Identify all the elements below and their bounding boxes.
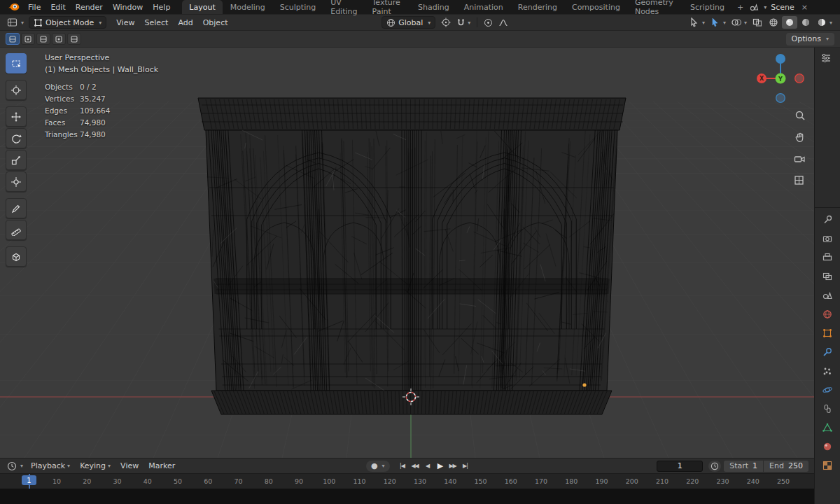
workspace-tab-modeling[interactable]: Modeling — [223, 0, 272, 14]
workspace-tab-layout[interactable]: Layout — [182, 0, 222, 14]
timeline-menu-view[interactable]: View — [115, 461, 144, 470]
shading-rendered-icon[interactable]: ▾ — [814, 16, 834, 29]
show-gizmos-icon[interactable]: ▾ — [708, 16, 728, 29]
tool-select-box[interactable] — [6, 53, 27, 74]
playhead-badge[interactable]: 1 — [22, 475, 36, 485]
properties-tab-modifiers[interactable] — [822, 346, 833, 358]
workspace-tab-shading[interactable]: Shading — [411, 0, 456, 14]
viewport-menu-object[interactable]: Object — [198, 18, 233, 27]
properties-tab-tool[interactable] — [822, 214, 833, 225]
properties-tab-particles[interactable] — [822, 365, 833, 377]
tool-annotate[interactable] — [6, 198, 27, 218]
workspace-tab-geometry-nodes[interactable]: Geometry Nodes — [628, 0, 682, 14]
tool-move[interactable] — [6, 106, 27, 127]
scene-browse-icon[interactable] — [749, 3, 759, 11]
prev-keyframe-button[interactable]: ◀◀ — [410, 461, 421, 472]
display-toggle-5[interactable] — [67, 33, 81, 45]
snap-magnet-icon[interactable]: ▾ — [454, 16, 472, 29]
camera-view-icon[interactable] — [792, 151, 807, 167]
proportional-falloff-icon[interactable] — [496, 16, 510, 29]
viewport-menu-add[interactable]: Add — [173, 18, 197, 27]
preview-range-icon[interactable] — [708, 461, 721, 472]
menu-help[interactable]: Help — [148, 3, 175, 12]
zoom-view-icon[interactable] — [792, 108, 807, 123]
timeline-menu-playback[interactable]: Playback▾ — [26, 461, 75, 470]
workspace-tab-compositing[interactable]: Compositing — [565, 0, 627, 14]
snap-target-icon[interactable] — [439, 16, 453, 29]
shading-material-icon[interactable] — [798, 16, 813, 29]
properties-tab-output[interactable] — [822, 252, 833, 263]
viewport-3d[interactable]: User Perspective (1) Mesh Objects | Wall… — [0, 48, 814, 458]
tool-measure[interactable] — [6, 220, 27, 240]
tool-scale[interactable] — [6, 150, 27, 170]
object-origin-dot — [582, 383, 586, 386]
timeline-menu-keying[interactable]: Keying▾ — [75, 461, 115, 470]
viewport-menu-select[interactable]: Select — [139, 18, 173, 27]
properties-tab-render[interactable] — [822, 233, 833, 244]
gizmo-x-neg-axis[interactable] — [795, 74, 804, 83]
viewport-menubar: ViewSelectAddObject — [111, 18, 232, 27]
object-visibility-icon[interactable]: ▾ — [687, 16, 707, 29]
workspace-tab-animation[interactable]: Animation — [457, 0, 510, 14]
properties-tab-material[interactable] — [822, 441, 833, 452]
menu-window[interactable]: Window — [108, 3, 148, 12]
editor-type-timeline-icon[interactable]: ▾ — [4, 461, 26, 471]
jump-to-end-button[interactable]: ▶| — [460, 461, 471, 472]
tool-cursor[interactable] — [6, 80, 27, 100]
display-toggle-2[interactable] — [21, 33, 35, 45]
menu-file[interactable]: File — [23, 3, 46, 12]
proportional-editing-icon[interactable] — [482, 16, 495, 29]
properties-tab-object-data[interactable] — [822, 422, 833, 433]
properties-tab-object[interactable] — [822, 328, 833, 339]
navigation-gizmo[interactable]: XY — [750, 49, 811, 109]
current-frame-field[interactable]: 1 — [657, 461, 703, 472]
properties-tab-view-layer[interactable] — [822, 271, 833, 282]
scene-browse-chevron-icon[interactable]: ▾ — [764, 4, 766, 10]
display-toggle-4[interactable] — [52, 33, 66, 45]
next-keyframe-button[interactable]: ▶▶ — [447, 461, 458, 472]
orientation-dropdown[interactable]: Global ▾ — [382, 16, 435, 29]
shading-wireframe-icon[interactable] — [766, 16, 781, 29]
properties-tab-physics[interactable] — [822, 384, 833, 396]
workspace-tab-sculpting[interactable]: Sculpting — [273, 0, 323, 14]
workspace-tab-texture-paint[interactable]: Texture Paint — [365, 0, 411, 14]
timeline-ruler[interactable]: 1 10203040506070809010011012013014015016… — [0, 473, 814, 489]
add-workspace-button[interactable]: + — [732, 0, 748, 14]
frame-end-field[interactable]: End 250 — [764, 461, 808, 472]
editor-type-3dview-icon[interactable]: ▾ — [4, 18, 27, 27]
frame-start-field[interactable]: Start 1 — [724, 461, 763, 472]
pan-view-icon[interactable] — [792, 130, 807, 145]
editor-type-properties-icon[interactable] — [820, 52, 832, 62]
jump-to-start-button[interactable]: |◀ — [397, 461, 408, 472]
scene-name[interactable]: Scene — [769, 3, 796, 12]
menu-edit[interactable]: Edit — [46, 3, 70, 12]
auto-keying-button[interactable]: ● ▾ — [366, 461, 390, 472]
workspace-tab-rendering[interactable]: Rendering — [511, 0, 564, 14]
workspace-tab-scripting[interactable]: Scripting — [683, 0, 732, 14]
timeline-menu-marker[interactable]: Marker — [144, 461, 180, 470]
tool-transform[interactable] — [6, 172, 27, 192]
play-button[interactable]: ▶ — [435, 461, 446, 472]
gizmo-z-axis[interactable] — [776, 54, 785, 64]
properties-tab-world[interactable] — [822, 309, 833, 320]
gizmo-z-neg-axis[interactable] — [776, 94, 785, 103]
options-dropdown[interactable]: Options ▾ — [786, 33, 834, 46]
display-toggle-3[interactable] — [36, 33, 50, 45]
scene-unlink-icon[interactable]: × — [799, 3, 811, 12]
toggle-xray-icon[interactable] — [750, 16, 765, 29]
blender-logo-icon[interactable] — [4, 0, 23, 14]
tool-rotate[interactable] — [6, 128, 27, 148]
properties-tab-constraints[interactable] — [822, 403, 833, 414]
tool-add-cube[interactable] — [6, 246, 27, 267]
show-overlays-icon[interactable]: ▾ — [729, 16, 749, 29]
menu-render[interactable]: Render — [71, 3, 108, 12]
properties-tab-scene[interactable] — [822, 290, 833, 301]
viewport-menu-view[interactable]: View — [111, 18, 139, 27]
workspace-tab-uv-editing[interactable]: UV Editing — [323, 0, 364, 14]
mode-dropdown[interactable]: Object Mode ▾ — [29, 16, 106, 29]
play-reverse-button[interactable]: ◀ — [422, 461, 433, 472]
properties-tab-texture[interactable] — [822, 460, 833, 471]
shading-solid-icon[interactable] — [782, 16, 797, 29]
display-toggle-1[interactable] — [6, 33, 20, 45]
ortho-view-icon[interactable] — [792, 173, 807, 188]
